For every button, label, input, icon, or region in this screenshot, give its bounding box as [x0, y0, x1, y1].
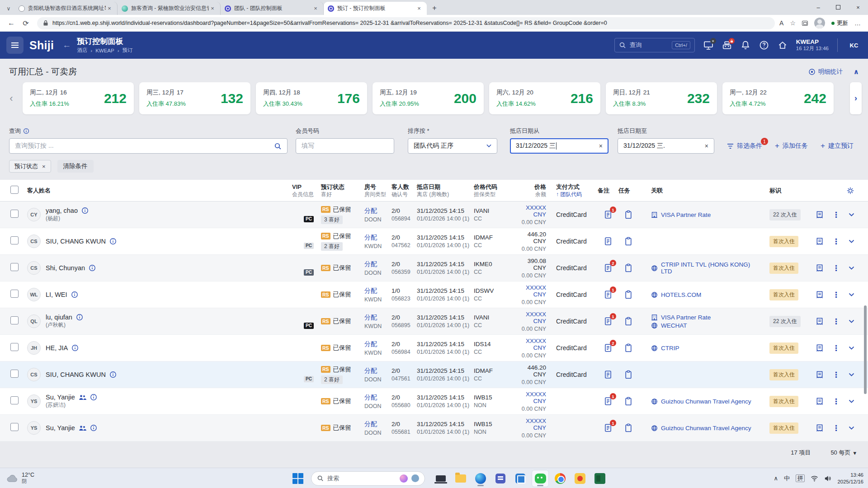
availability-card[interactable]: 周二, 12月 16入住率 16.21%212	[23, 82, 134, 114]
price-value[interactable]: XXXXX CNY	[515, 391, 546, 404]
row-menu-icon[interactable]: ⋮	[832, 318, 840, 325]
availability-card[interactable]: 周一, 12月 22入住率 4.72%242	[722, 82, 834, 114]
arrival-to-input[interactable]: 31/12/2025 三. ×	[618, 138, 714, 154]
assign-room-link[interactable]: 分配	[364, 394, 377, 401]
price-value[interactable]: XXXXX CNY	[515, 204, 546, 218]
price-value[interactable]: XXXXX CNY	[515, 418, 546, 431]
task-clipboard-icon[interactable]	[625, 397, 632, 406]
main-menu-button[interactable]	[6, 37, 24, 54]
row-menu-icon[interactable]: ⋮	[832, 344, 840, 352]
expand-row-chevron-icon[interactable]	[849, 373, 854, 377]
col-guest-name[interactable]: 客人姓名	[27, 187, 292, 195]
row-menu-icon[interactable]: ⋮	[832, 291, 840, 299]
store-taskbar-icon[interactable]	[512, 470, 529, 487]
assign-room-link[interactable]: 分配	[364, 420, 377, 427]
price-value[interactable]: XXXXX CNY	[515, 338, 546, 351]
info-icon[interactable]	[71, 291, 78, 298]
edge-taskbar-icon[interactable]	[472, 470, 489, 487]
close-button[interactable]: ×	[848, 0, 868, 14]
registration-card-icon[interactable]	[816, 237, 824, 245]
back-button[interactable]: ←	[5, 17, 18, 29]
guest-name[interactable]: Shi, Chunyan	[46, 264, 85, 272]
row-menu-icon[interactable]: ⋮	[832, 398, 840, 405]
arrival-from-input[interactable]: 31/12/2025 三 ×	[510, 138, 609, 154]
browser-tab[interactable]: 旅客查询 - 紫楠旅馆业治安信息管×	[118, 2, 221, 15]
column-settings-gear-icon[interactable]	[846, 187, 854, 195]
notes-icon[interactable]: 1	[604, 423, 612, 432]
sort-select[interactable]: 团队代码 正序	[408, 138, 497, 154]
notes-icon[interactable]: 2	[604, 343, 612, 352]
relation-link[interactable]: WECHAT	[651, 322, 759, 329]
notes-icon[interactable]	[604, 370, 612, 379]
row-checkbox[interactable]	[10, 316, 19, 324]
col-status[interactable]: 预订状态	[321, 183, 357, 191]
teams-taskbar-icon[interactable]	[492, 470, 509, 487]
member-number-input[interactable]: 填写	[296, 138, 394, 154]
notes-icon[interactable]	[604, 237, 612, 246]
col-arrival[interactable]: 抵店日期	[417, 183, 474, 191]
arrival-to-clear-button[interactable]: ×	[705, 142, 708, 150]
col-guests[interactable]: 客人数	[392, 183, 414, 191]
start-button[interactable]	[289, 470, 307, 487]
row-checkbox[interactable]	[10, 236, 19, 244]
preferences-badge[interactable]: 2 喜好	[321, 375, 343, 384]
info-icon[interactable]	[90, 424, 97, 432]
row-menu-icon[interactable]: ⋮	[832, 238, 840, 245]
address-bar[interactable]: https://cn1.web.ep.shiji.world/individua…	[37, 17, 775, 29]
collapse-summary-button[interactable]: ∧	[854, 68, 859, 76]
assign-room-link[interactable]: 分配	[364, 314, 377, 321]
guest-name[interactable]: yang, chao	[46, 207, 78, 214]
browser-menu-button[interactable]: …	[854, 19, 861, 27]
col-note[interactable]: 备注	[598, 187, 618, 195]
guest-name[interactable]: SIU, CHANG KWUN	[46, 238, 106, 245]
availability-card[interactable]: 周四, 12月 18入住率 30.43%176	[256, 82, 367, 114]
row-checkbox[interactable]	[10, 423, 19, 431]
row-checkbox[interactable]	[10, 396, 19, 404]
preferences-badge[interactable]: 3 喜好	[321, 216, 343, 224]
info-icon[interactable]	[71, 344, 79, 352]
browser-tab[interactable]: 团队 - 团队控制面板×	[221, 2, 324, 15]
task-clipboard-icon[interactable]	[625, 343, 632, 352]
registration-card-icon[interactable]	[816, 291, 824, 299]
info-icon[interactable]	[90, 394, 97, 401]
linked-profiles-icon[interactable]	[79, 394, 86, 401]
user-avatar[interactable]: KC	[846, 38, 862, 52]
ime-pinyin-indicator[interactable]: 拼	[796, 474, 805, 483]
guest-name[interactable]: LI, WEI	[46, 291, 67, 298]
expand-row-chevron-icon[interactable]	[849, 213, 854, 217]
excel-taskbar-icon[interactable]	[591, 470, 609, 487]
expand-row-chevron-icon[interactable]	[849, 293, 854, 297]
help-icon[interactable]	[759, 40, 769, 50]
detail-statistics-link[interactable]: 明细统计	[808, 68, 843, 76]
per-page-select[interactable]: 50 每页▾	[830, 449, 856, 457]
query-info-icon[interactable]	[23, 128, 29, 134]
chrome-taskbar-icon[interactable]	[552, 470, 569, 487]
page-back-arrow[interactable]: ←	[62, 40, 71, 50]
notes-icon[interactable]: 1	[604, 317, 612, 326]
availability-card[interactable]: 周六, 12月 20入住率 14.62%216	[489, 82, 600, 114]
assign-room-link[interactable]: 分配	[364, 287, 377, 294]
col-payment[interactable]: 支付方式	[556, 183, 598, 191]
relation-link[interactable]: VISA Partner Rate	[651, 211, 759, 218]
add-task-button[interactable]: +添加任务	[775, 141, 808, 150]
workstation-icon[interactable]: ×	[703, 40, 713, 50]
row-menu-icon[interactable]: ⋮	[832, 264, 840, 272]
carousel-next-button[interactable]: ›	[850, 82, 862, 114]
guest-name[interactable]: Su, Yanjie	[46, 394, 75, 401]
price-value[interactable]: XXXXX CNY	[515, 311, 546, 324]
tab-close-button[interactable]: ×	[209, 5, 216, 12]
task-clipboard-icon[interactable]	[625, 263, 632, 272]
finance-taskbar-icon[interactable]	[571, 470, 589, 487]
notes-icon[interactable]: 1	[604, 397, 612, 406]
registration-card-icon[interactable]	[816, 211, 824, 219]
col-vip[interactable]: VIP	[292, 183, 314, 191]
task-clipboard-icon[interactable]	[625, 317, 632, 326]
status-filter-chip[interactable]: 预订状态 ×	[9, 160, 51, 173]
price-value[interactable]: XXXXX CNY	[515, 284, 546, 298]
taskbar-clock[interactable]: 13:46 2025/12/16	[837, 472, 863, 485]
availability-card[interactable]: 周三, 12月 17入住率 47.83%132	[139, 82, 250, 114]
new-tab-button[interactable]: +	[429, 2, 440, 14]
info-icon[interactable]	[76, 314, 83, 321]
arrival-from-clear-button[interactable]: ×	[599, 142, 603, 150]
browser-tab[interactable]: 贵阳机场智选假日酒店系统网址导×	[14, 2, 118, 15]
